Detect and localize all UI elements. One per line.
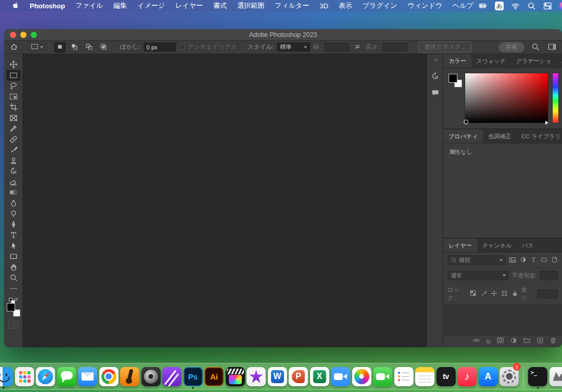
menu-item-ヘルプ[interactable]: ヘルプ	[448, 0, 479, 11]
menu-item-プラグイン[interactable]: プラグイン	[357, 0, 403, 11]
clone-stamp-tool[interactable]	[7, 155, 20, 166]
eraser-tool[interactable]	[7, 177, 20, 188]
tab-layers[interactable]: レイヤー	[443, 239, 477, 252]
lock-all-icon[interactable]	[512, 290, 518, 298]
menu-item-表示[interactable]: 表示	[334, 0, 357, 11]
delete-layer-icon[interactable]	[550, 337, 557, 346]
dock-item-affinity-photo[interactable]	[162, 364, 182, 388]
tool-preset-dropdown[interactable]	[31, 43, 43, 51]
shape-layer-filter-icon[interactable]	[541, 256, 547, 264]
brush-tool[interactable]	[7, 145, 20, 155]
foreground-color-swatch[interactable]	[449, 74, 457, 83]
menu-item-イメージ[interactable]: イメージ	[132, 0, 170, 11]
add-mask-icon[interactable]	[496, 336, 504, 346]
lock-position-icon[interactable]	[491, 290, 497, 298]
link-layers-icon[interactable]	[472, 336, 480, 346]
dock-item-photos[interactable]	[351, 364, 372, 388]
tab-paths[interactable]: パス	[517, 239, 539, 252]
healing-brush-tool[interactable]	[7, 134, 20, 145]
expand-panels-button[interactable]	[430, 54, 443, 67]
gradient-tool[interactable]	[7, 187, 20, 198]
minimize-button[interactable]	[20, 32, 27, 38]
shape-tool[interactable]	[7, 251, 20, 262]
fill-input[interactable]	[537, 289, 558, 298]
history-panel-button[interactable]	[429, 71, 441, 83]
tab-swatches[interactable]: スウォッチ	[471, 54, 511, 68]
lasso-tool[interactable]	[7, 81, 20, 92]
crop-tool[interactable]	[7, 102, 20, 113]
tab-adjustments[interactable]: 色調補正	[483, 129, 516, 143]
title-bar[interactable]: Adobe Photoshop 2023	[4, 29, 562, 41]
blur-tool[interactable]	[7, 198, 20, 209]
marquee-tool[interactable]	[7, 70, 20, 81]
tab-patterns[interactable]: パターン	[556, 54, 562, 68]
lock-transparency-icon[interactable]	[469, 290, 477, 298]
control-center-icon[interactable]	[543, 2, 552, 10]
dock-item-utility-app[interactable]	[548, 364, 562, 388]
dock-item-chrome[interactable]	[98, 364, 119, 388]
home-button[interactable]	[8, 42, 20, 53]
layer-style-fx-icon[interactable]: fx	[486, 338, 491, 345]
hue-slider[interactable]	[552, 73, 559, 123]
history-brush-tool[interactable]	[7, 166, 20, 177]
menu-item-書式[interactable]: 書式	[208, 0, 232, 11]
style-select[interactable]: 標準	[277, 43, 310, 51]
dock-item-system-settings[interactable]: 1	[499, 364, 519, 388]
dock-item-imovie[interactable]	[246, 364, 266, 388]
add-selection-button[interactable]	[69, 42, 80, 53]
dock-item-messages[interactable]	[56, 364, 76, 388]
layer-filter-select[interactable]: 種類	[448, 255, 506, 265]
dock-item-garageband[interactable]	[120, 364, 140, 388]
wifi-icon[interactable]	[511, 2, 520, 10]
smart-object-filter-icon[interactable]	[551, 256, 558, 264]
menu-item-フィルター[interactable]: フィルター	[270, 0, 314, 11]
foreground-color-swatch[interactable]	[7, 303, 15, 311]
adjustment-layer-filter-icon[interactable]	[520, 256, 527, 264]
pen-tool[interactable]	[7, 219, 20, 230]
dock-item-notes[interactable]	[415, 364, 435, 388]
saturation-brightness-field[interactable]	[465, 73, 548, 123]
search-button[interactable]	[530, 42, 541, 53]
feather-input[interactable]: 0 px	[144, 43, 176, 51]
comments-panel-button[interactable]	[429, 87, 441, 100]
dock-item-word[interactable]: W	[267, 364, 287, 388]
zoom-button[interactable]	[31, 32, 37, 38]
swap-dimensions-button[interactable]	[352, 42, 363, 53]
apple-menu[interactable]	[6, 0, 24, 11]
tab-color[interactable]: カラー	[443, 54, 471, 68]
blend-mode-select[interactable]: 通常	[448, 271, 509, 280]
lock-artboard-icon[interactable]	[501, 290, 508, 298]
dock-item-final-cut-pro[interactable]	[225, 364, 245, 388]
tab-channels[interactable]: チャンネル	[477, 239, 517, 252]
antialias-checkbox[interactable]	[179, 44, 185, 50]
menu-item-Photoshop[interactable]: Photoshop	[24, 0, 70, 11]
menu-item-3D[interactable]: 3D	[314, 0, 334, 11]
dock-item-launchpad[interactable]	[14, 364, 34, 388]
lock-pixels-icon[interactable]	[480, 290, 487, 298]
dock-item-logic-pro[interactable]	[140, 364, 161, 388]
color-marker[interactable]	[464, 120, 468, 124]
tab-gradients[interactable]: グラデーショ	[511, 54, 556, 68]
menu-item-レイヤー[interactable]: レイヤー	[170, 0, 208, 11]
close-button[interactable]	[10, 32, 16, 38]
dock-item-finder[interactable]	[0, 364, 14, 388]
dock-item-illustrator[interactable]: Ai	[204, 364, 224, 388]
subtract-selection-button[interactable]	[83, 42, 95, 53]
new-selection-button[interactable]	[54, 42, 66, 53]
dock-item-reminders[interactable]	[393, 364, 414, 388]
dock-item-excel[interactable]: X	[309, 364, 329, 388]
share-button[interactable]: 共有	[499, 42, 525, 53]
hand-tool[interactable]	[7, 262, 20, 273]
type-layer-filter-icon[interactable]	[530, 256, 537, 264]
battery-icon[interactable]	[479, 2, 488, 10]
object-selection-tool[interactable]	[7, 92, 20, 102]
quick-mask-button[interactable]	[8, 321, 19, 329]
width-input[interactable]	[324, 43, 349, 51]
move-tool[interactable]	[7, 59, 20, 70]
tab-cc-libraries[interactable]: CC ライブラリ	[516, 129, 562, 143]
layers-list[interactable]	[443, 305, 562, 335]
menu-item-選択範囲[interactable]: 選択範囲	[232, 0, 270, 11]
tab-properties[interactable]: プロパティ	[443, 129, 483, 143]
new-layer-icon[interactable]	[537, 337, 544, 346]
frame-tool[interactable]	[7, 113, 20, 124]
